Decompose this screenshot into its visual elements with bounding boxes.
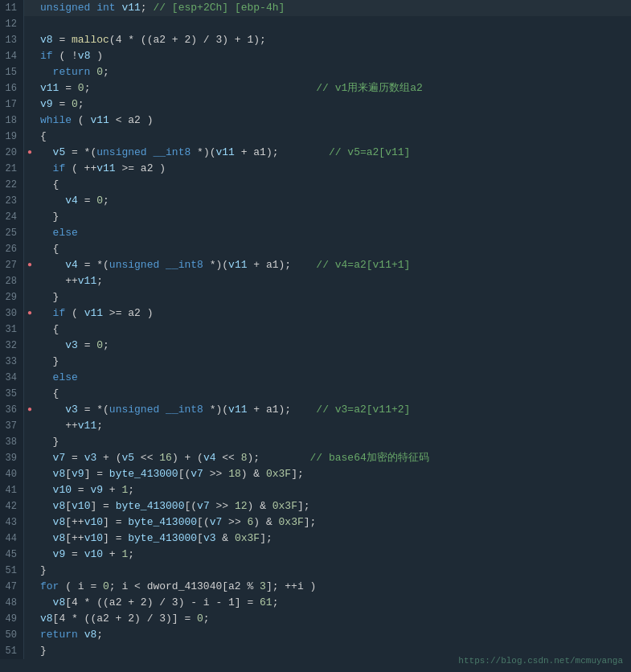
table-row: 32 v3 = 0; xyxy=(0,338,631,354)
line-number: 22 xyxy=(0,177,24,193)
plain-token: } xyxy=(40,645,47,657)
plain-token: ; xyxy=(78,98,84,110)
num-token: 12 xyxy=(235,500,248,512)
var-token: v3 xyxy=(65,404,78,416)
plain-token: } xyxy=(40,355,59,367)
plain-token: = xyxy=(53,34,72,46)
plain-token xyxy=(40,162,53,174)
plain-token: [ xyxy=(65,500,72,512)
plain-token: >= a2 ) xyxy=(116,162,166,174)
plain-token: ) + ( xyxy=(172,452,203,464)
code-content: v8[++v10] = byte_413000[(v7 >> 6) & 0x3F… xyxy=(35,514,631,531)
code-content: v8[v10] = byte_413000[(v7 >> 12) & 0x3F]… xyxy=(35,498,631,514)
line-number: 30 xyxy=(0,305,24,322)
plain-token: { xyxy=(40,323,59,335)
kw-token: if xyxy=(40,50,53,62)
plain-token: ; xyxy=(272,596,279,608)
table-row: 16 v11 = 0; // v1用来遍历数组a2 xyxy=(0,80,631,96)
breakpoint-indicator[interactable]: ● xyxy=(24,402,35,418)
table-row: 13 v8 = malloc(4 * ((a2 + 2) / 3) + 1); xyxy=(0,32,631,48)
kw-token: __int8 xyxy=(153,146,191,158)
line-number: 18 xyxy=(0,113,24,129)
table-row: 42 v8[v10] = byte_413000[(v7 >> 12) & 0x… xyxy=(0,498,631,514)
breakpoint-indicator[interactable]: ● xyxy=(24,257,35,273)
plain-token xyxy=(159,404,166,416)
comment-token: // [esp+2Ch] [ebp-4h] xyxy=(153,2,285,14)
plain-token xyxy=(40,339,65,351)
comment-token: // base64加密的特征码 xyxy=(260,452,429,464)
line-number: 27 xyxy=(0,257,24,273)
line-number: 44 xyxy=(0,531,24,547)
plain-token: = *( xyxy=(78,259,109,271)
kw-token: unsigned xyxy=(109,404,159,416)
kw-token: if xyxy=(53,307,66,319)
var-token: v11 xyxy=(40,82,59,94)
plain-token: ; xyxy=(96,629,103,641)
breakpoint-indicator[interactable]: ● xyxy=(24,305,35,322)
kw-token: unsigned xyxy=(109,259,159,271)
line-number: 36 xyxy=(0,402,24,418)
plain-token xyxy=(40,532,53,544)
var-token: v11 xyxy=(228,259,247,271)
plain-token: *)( xyxy=(203,259,228,271)
plain-token: ( i = xyxy=(59,580,103,592)
code-content: if ( !v8 ) xyxy=(35,48,631,64)
plain-token: ; xyxy=(128,548,134,560)
code-content: { xyxy=(35,129,631,145)
plain-token: ; xyxy=(96,275,103,287)
plain-token: << xyxy=(134,452,159,464)
var-token: v8 xyxy=(40,34,53,46)
plain-token xyxy=(40,596,53,608)
line-number: 34 xyxy=(0,370,24,386)
table-row: 51 } xyxy=(0,563,631,579)
table-row: 39 v7 = v3 + (v5 << 16) + (v4 << 8); // … xyxy=(0,450,631,466)
var-token: v9 xyxy=(72,468,84,480)
kw-token: __int8 xyxy=(166,259,203,271)
line-number: 14 xyxy=(0,48,24,64)
line-number: 26 xyxy=(0,241,24,257)
var-token: v8 xyxy=(78,50,91,62)
var-token: v8 xyxy=(84,629,97,641)
plain-token: = xyxy=(65,452,84,464)
var-token: v11 xyxy=(84,307,103,319)
table-row: 21 if ( ++v11 >= a2 ) xyxy=(0,161,631,177)
plain-token: ) & xyxy=(248,500,272,512)
plain-token: = xyxy=(72,484,90,496)
var-token: v9 xyxy=(40,98,53,110)
var-token: v11 xyxy=(78,275,96,287)
code-content: v4 = 0; xyxy=(35,193,631,209)
plain-token xyxy=(40,259,65,271)
plain-token: = *( xyxy=(65,146,96,158)
plain-token: + a1); xyxy=(235,146,279,158)
var-token: byte_413000 xyxy=(128,532,197,544)
code-content: v7 = v3 + (v5 << 16) + (v4 << 8); // bas… xyxy=(35,450,631,466)
plain-token: ; xyxy=(103,339,109,351)
line-number: 42 xyxy=(0,498,24,514)
kw-token: return xyxy=(40,629,78,641)
plain-token: [4 * ((a2 + 2) / 3)] = xyxy=(53,613,197,625)
plain-token: ]; xyxy=(260,532,272,544)
code-content: v10 = v9 + 1; xyxy=(35,482,631,498)
comment-token: // v4=a2[v11+1] xyxy=(291,259,410,271)
table-row: 30● if ( v11 >= a2 ) xyxy=(0,305,631,322)
kw-token: return xyxy=(53,66,91,78)
plain-token: [++ xyxy=(65,516,84,528)
line-number: 11 xyxy=(0,0,24,16)
breakpoint-indicator[interactable]: ● xyxy=(24,145,35,161)
kw-token: unsigned xyxy=(40,2,90,14)
kw-token: while xyxy=(40,114,72,126)
plain-token: } xyxy=(40,564,47,576)
table-row: 29 } xyxy=(0,289,631,305)
plain-token xyxy=(40,404,65,416)
plain-token: >> xyxy=(222,516,247,528)
plain-token: [++ xyxy=(65,532,84,544)
num-token: 0 xyxy=(197,613,203,625)
line-number: 15 xyxy=(0,64,24,80)
plain-token: = xyxy=(59,82,77,94)
code-content: } xyxy=(35,434,631,450)
kw-token: if xyxy=(53,162,66,174)
var-token: byte_413000 xyxy=(116,500,185,512)
plain-token: [ xyxy=(65,468,72,480)
var-token: v11 xyxy=(121,2,140,14)
num-token: 8 xyxy=(241,452,248,464)
